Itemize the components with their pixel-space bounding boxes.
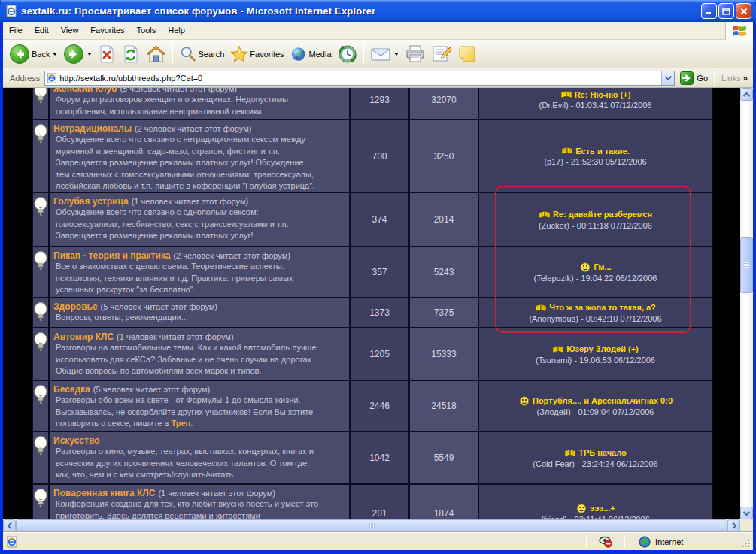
threads-count: 1205 bbox=[369, 349, 390, 359]
mail-button[interactable] bbox=[367, 42, 402, 66]
menu-view[interactable]: View bbox=[55, 23, 85, 38]
forum-posts-cell: 2014 bbox=[408, 193, 478, 246]
back-button[interactable]: Back bbox=[6, 42, 60, 66]
menu-favorites[interactable]: Favorites bbox=[84, 23, 130, 38]
posts-count: 5549 bbox=[434, 453, 454, 463]
lastpost-title-link[interactable]: ТРБ начало bbox=[564, 448, 627, 458]
lastpost-credit: (Tsunami) - 19:06:53 06/12/2006 bbox=[536, 356, 655, 365]
back-dropdown-caret[interactable] bbox=[53, 53, 57, 56]
forum-description-link[interactable]: Треп bbox=[171, 419, 190, 428]
forum-description: Обсуждение всего что связано с нетрадици… bbox=[53, 134, 345, 192]
open-book-icon bbox=[560, 89, 572, 99]
forum-readers: (2 человек читает этот форум) bbox=[135, 124, 251, 133]
chevron-right-icon bbox=[732, 522, 736, 529]
forum-threads-cell: 1373 bbox=[349, 298, 408, 327]
posts-count: 32070 bbox=[431, 95, 456, 105]
forum-readers: (2 человек читает этот форум) bbox=[173, 251, 290, 260]
forum-name-cell: Искусство Разговоры о кино, музыке, теат… bbox=[48, 432, 349, 483]
home-button[interactable] bbox=[143, 42, 169, 66]
threads-count: 1042 bbox=[369, 453, 390, 463]
scroll-left-button[interactable] bbox=[3, 519, 16, 532]
forum-description: Разговоры обо всем на свете - от Формулы… bbox=[53, 395, 345, 430]
vertical-scrollbar[interactable] bbox=[740, 88, 753, 519]
lastpost-title-link[interactable]: эээ...+ bbox=[575, 504, 615, 513]
print-button[interactable] bbox=[402, 42, 429, 66]
lastpost-credit: (Злодей) - 01:09:04 07/12/2006 bbox=[537, 407, 654, 416]
forward-dropdown-caret[interactable] bbox=[87, 53, 92, 56]
forum-name-link[interactable]: Искусство bbox=[53, 435, 99, 446]
lastpost-title-link[interactable]: Есть и такие. bbox=[561, 146, 629, 156]
internet-zone-icon bbox=[639, 536, 651, 548]
posts-count: 3250 bbox=[434, 151, 454, 162]
forum-threads-cell: 700 bbox=[349, 120, 408, 192]
mail-dropdown-caret[interactable] bbox=[394, 53, 399, 56]
horizontal-scroll-thumb[interactable] bbox=[16, 519, 727, 532]
forum-row: Искусство Разговоры о кино, музыке, теат… bbox=[33, 432, 713, 485]
forum-threads-cell: 1042 bbox=[349, 432, 408, 483]
horizontal-scrollbar[interactable] bbox=[3, 519, 740, 532]
forum-posts-cell: 32070 bbox=[408, 88, 478, 119]
forum-name-link[interactable]: Нетрадиционалы bbox=[53, 123, 132, 134]
smiley-icon bbox=[518, 396, 530, 406]
discuss-button[interactable] bbox=[455, 42, 479, 66]
lastpost-title-link[interactable]: Re: Ню-ню (+) bbox=[560, 89, 631, 99]
favorites-icon bbox=[230, 45, 248, 63]
address-dropdown-button[interactable] bbox=[661, 71, 674, 85]
menu-edit[interactable]: Edit bbox=[29, 23, 55, 38]
media-button[interactable]: Media bbox=[287, 42, 335, 66]
lastpost-title-link[interactable]: Портубля.... и Арсенальчигнах 0:0 bbox=[518, 396, 673, 406]
forum-status-cell bbox=[33, 298, 48, 327]
forward-button[interactable] bbox=[60, 42, 95, 66]
refresh-button[interactable] bbox=[119, 42, 143, 66]
forum-name-link[interactable]: Голубая устрица bbox=[53, 196, 129, 207]
search-button[interactable]: Search bbox=[176, 42, 227, 66]
edit-button[interactable] bbox=[429, 42, 455, 66]
forum-posts-cell: 7375 bbox=[408, 298, 478, 327]
menu-file[interactable]: File bbox=[3, 23, 29, 38]
minimize-button[interactable] bbox=[701, 3, 717, 19]
windows-flag-icon bbox=[731, 23, 748, 38]
lastpost-title-link[interactable]: Юзеру Злодей (+) bbox=[552, 344, 639, 354]
menu-help[interactable]: Help bbox=[162, 23, 191, 38]
links-separator bbox=[714, 71, 715, 86]
scroll-right-button[interactable] bbox=[727, 519, 740, 532]
address-input[interactable]: http://sextalk.ru/ubbthreads.php?Cat=0 bbox=[44, 71, 675, 86]
links-label[interactable]: Links bbox=[721, 74, 741, 83]
forum-lastpost-cell: ТРБ начало (Cold Fear) - 23:24:24 06/12/… bbox=[478, 432, 712, 483]
scroll-up-button[interactable] bbox=[740, 88, 753, 101]
forum-name-link[interactable]: Здоровье bbox=[53, 301, 98, 312]
stop-button[interactable] bbox=[95, 42, 119, 66]
forum-name-link[interactable]: Пикап - теория и практика bbox=[53, 250, 170, 261]
forum-name-link[interactable]: Женский Клуб bbox=[53, 88, 117, 94]
security-zone: Internet bbox=[625, 536, 753, 548]
close-button[interactable] bbox=[736, 3, 751, 19]
menu-tools[interactable]: Tools bbox=[131, 23, 162, 38]
vertical-scroll-thumb[interactable] bbox=[740, 237, 753, 293]
open-book-icon bbox=[561, 146, 573, 156]
forum-name-cell: Поваренная книга КЛС(1 человек читает эт… bbox=[48, 485, 349, 519]
posts-count: 1874 bbox=[434, 508, 454, 519]
zone-label: Internet bbox=[655, 537, 683, 546]
forum-posts-cell: 3250 bbox=[408, 120, 478, 192]
forum-readers: (1 человек читает этот форум) bbox=[158, 489, 275, 498]
chevron-down-icon bbox=[665, 76, 672, 80]
forum-row: Поваренная книга КЛС(1 человек читает эт… bbox=[33, 485, 713, 519]
forum-name-link[interactable]: Беседка bbox=[53, 384, 90, 395]
toolbar-separator-1 bbox=[172, 44, 173, 64]
forum-name-link[interactable]: Поваренная книга КЛС bbox=[53, 488, 155, 498]
browser-window: sextalk.ru: Просматривает список форумов… bbox=[0, 0, 756, 554]
forum-lastpost-cell: Портубля.... и Арсенальчигнах 0:0 (Злоде… bbox=[478, 381, 712, 431]
scroll-down-button[interactable] bbox=[740, 507, 753, 519]
privacy-report-icon[interactable] bbox=[587, 536, 624, 548]
links-chevron[interactable]: » bbox=[743, 74, 748, 83]
resize-grip[interactable] bbox=[742, 540, 752, 549]
forum-status-cell bbox=[33, 432, 48, 483]
favorites-button[interactable]: Favorites bbox=[227, 42, 287, 66]
minimize-icon bbox=[706, 8, 713, 14]
go-arrow-icon bbox=[680, 71, 694, 85]
forum-name-link[interactable]: Автомир КЛС bbox=[53, 331, 114, 342]
forum-description: Вопросы, ответы, рекомендации... bbox=[53, 312, 345, 324]
go-button[interactable]: Go bbox=[680, 71, 708, 85]
history-button[interactable] bbox=[335, 42, 360, 66]
maximize-button[interactable] bbox=[718, 3, 734, 19]
